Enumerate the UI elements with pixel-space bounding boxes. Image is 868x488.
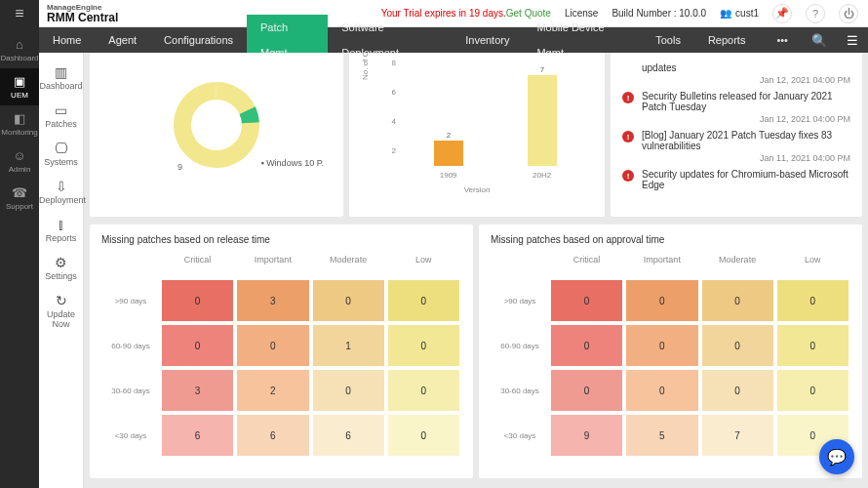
news-item[interactable]: updatesJan 12, 2021 04:00 PM: [622, 62, 850, 85]
rail-monitoring[interactable]: ◧Monitoring: [0, 105, 39, 142]
nav-agent[interactable]: Agent: [95, 27, 150, 53]
subnav-patches[interactable]: ▭Patches: [39, 97, 83, 135]
hm-cell: 0: [624, 368, 699, 413]
heatmap-approval: Missing patches based on approval time C…: [479, 224, 862, 478]
hm-cell: 0: [386, 323, 461, 368]
hm-cell: 0: [160, 278, 235, 323]
user-name: cust1: [735, 8, 759, 19]
filter-icon[interactable]: ☰: [837, 33, 868, 48]
alert-icon: !: [622, 170, 634, 182]
nav-configurations[interactable]: Configurations: [150, 27, 247, 53]
hamburger-menu[interactable]: ≡: [0, 0, 39, 27]
hm-cell: 6: [160, 413, 235, 458]
systems-icon: 🖵: [39, 141, 83, 156]
update now-icon: ↻: [39, 293, 83, 308]
subnav-dashboard[interactable]: ▥Dashboard: [39, 59, 83, 97]
news-date: Jan 12, 2021 04:00 PM: [642, 75, 850, 85]
news-title: [Blog] January 2021 Patch Tuesday fixes …: [642, 130, 850, 151]
subnav-systems[interactable]: 🖵Systems: [39, 135, 83, 173]
alert-icon: !: [622, 92, 634, 103]
nav-more[interactable]: •••: [763, 27, 802, 53]
uem-icon: ▣: [0, 74, 39, 89]
hm-col-important: Important: [235, 255, 310, 268]
reports-icon: ⫿: [39, 217, 83, 232]
power-icon[interactable]: ⏻: [839, 4, 858, 23]
heatmap-title: Missing patches based on release time: [101, 234, 461, 245]
subnav-reports[interactable]: ⫿Reports: [39, 211, 83, 249]
hm-cell: 0: [549, 368, 624, 413]
nav-tools[interactable]: Tools: [642, 27, 694, 53]
hm-cell: 0: [775, 368, 850, 413]
deployment-icon: ⇩: [39, 179, 83, 194]
hm-cell: 2: [235, 368, 310, 413]
hm-cell: 0: [549, 323, 624, 368]
rail-dashboard[interactable]: ⌂Dashboard: [0, 31, 39, 68]
dashboard-icon: ▥: [39, 64, 83, 80]
hm-cell: 0: [160, 323, 235, 368]
bar-card: No. of Comp 2468 27 190920H2 Version: [349, 53, 605, 217]
hm-cell: 0: [235, 323, 310, 368]
hm-cell: 0: [700, 368, 775, 413]
user-menu[interactable]: 👥 cust1: [720, 8, 759, 19]
donut-legend-label: Windows 10 P.: [266, 158, 324, 168]
news-title: updates: [642, 62, 850, 73]
news-item[interactable]: ![Blog] January 2021 Patch Tuesday fixes…: [622, 130, 850, 163]
hm-cell: 0: [700, 278, 775, 323]
hm-cell: 0: [386, 278, 461, 323]
subnav-update-now[interactable]: ↻Update Now: [39, 287, 83, 335]
bar-ylabel: No. of Comp: [361, 53, 370, 80]
news-item[interactable]: !Security updates for Chromium-based Mic…: [622, 169, 850, 190]
hm-col-critical: Critical: [160, 255, 235, 268]
news-title: Security updates for Chromium-based Micr…: [642, 169, 850, 190]
bar-xlabel: Version: [361, 185, 593, 194]
hm-cell: 0: [311, 278, 386, 323]
hm-cell: 3: [160, 368, 235, 413]
hm-cell: 6: [311, 413, 386, 458]
hm-row-label: 60-90 days: [101, 323, 160, 368]
rail-support[interactable]: ☎Support: [0, 180, 39, 217]
nav-inventory[interactable]: Inventory: [452, 27, 523, 53]
hm-cell: 0: [386, 368, 461, 413]
svg-text:9: 9: [178, 162, 182, 172]
help-icon[interactable]: ?: [806, 4, 825, 23]
nav-reports[interactable]: Reports: [694, 27, 760, 53]
bar-20H2: 7: [528, 65, 557, 166]
subnav-settings[interactable]: ⚙Settings: [39, 249, 83, 287]
brand: ManageEngine RMM Central: [47, 4, 118, 23]
nav-home[interactable]: Home: [39, 27, 95, 53]
hm-row-label: >90 days: [101, 278, 160, 323]
chat-fab[interactable]: 💬: [819, 439, 854, 474]
rail-admin[interactable]: ☺Admin: [0, 142, 39, 180]
subnav-deployment[interactable]: ⇩Deployment: [39, 173, 83, 211]
hm-cell: 6: [235, 413, 310, 458]
pin-icon[interactable]: 📌: [772, 4, 792, 23]
patches-icon: ▭: [39, 102, 83, 118]
hm-cell: 9: [549, 413, 624, 458]
hm-row-label: >90 days: [491, 278, 549, 323]
search-icon[interactable]: 🔍: [802, 33, 837, 48]
alert-icon: !: [622, 131, 634, 142]
heatmap-release: Missing patches based on release time Cr…: [90, 224, 473, 478]
support-icon: ☎: [0, 185, 39, 200]
hm-cell: 0: [386, 413, 461, 458]
brand-main: RMM Central: [47, 12, 118, 23]
hm-col-low: Low: [386, 255, 461, 268]
heatmap-title: Missing patches based on approval time: [491, 234, 850, 245]
donut-card: 9 ▪ Windows 10 P.: [90, 53, 343, 217]
news-item[interactable]: !Security Bulletins released for January…: [622, 91, 850, 124]
rail-uem[interactable]: ▣UEM: [0, 68, 39, 105]
user-icon: 👥: [720, 8, 731, 19]
hm-cell: 0: [311, 368, 386, 413]
news-card: updatesJan 12, 2021 04:00 PM!Security Bu…: [611, 53, 862, 217]
news-date: Jan 12, 2021 04:00 PM: [642, 114, 850, 124]
hm-cell: 0: [700, 323, 775, 368]
donut-chart: 9: [143, 62, 290, 187]
hm-cell: 3: [235, 278, 310, 323]
hm-cell: 0: [624, 323, 699, 368]
hm-row-label: 30-60 days: [101, 368, 160, 413]
bar-1909: 2: [434, 131, 463, 167]
hm-row-label: 60-90 days: [491, 323, 549, 368]
admin-icon: ☺: [0, 148, 39, 163]
hm-row-label: <30 days: [491, 413, 549, 458]
hm-col-critical: Critical: [549, 255, 624, 268]
